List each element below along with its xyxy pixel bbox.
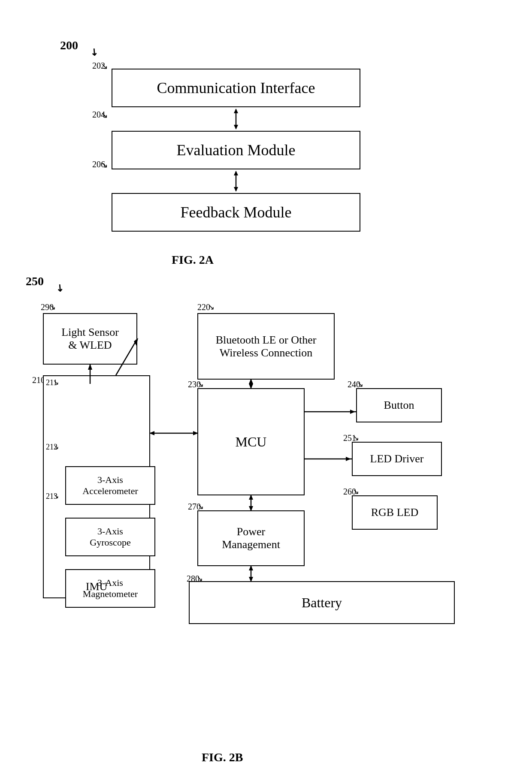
label-213-curve: ↘ bbox=[53, 492, 59, 500]
bluetooth-label: Bluetooth LE or Other Wireless Connectio… bbox=[216, 334, 317, 359]
label-220-curve: ↘ bbox=[208, 302, 215, 312]
label-204-arrow: ↘ bbox=[101, 110, 108, 120]
label-250: 250 bbox=[26, 274, 44, 288]
fig2b-caption: FIG. 2B bbox=[202, 751, 243, 763]
arrow-200-indicator: ↘ bbox=[88, 45, 101, 58]
svg-marker-4 bbox=[234, 171, 238, 175]
page: 200 ↘ 202 ↘ 204 ↘ 206 ↘ Communication In… bbox=[0, 0, 532, 763]
label-240-curve: ↘ bbox=[357, 380, 363, 389]
label-230-curve: ↘ bbox=[197, 380, 204, 389]
battery-box: Battery bbox=[189, 581, 455, 624]
svg-marker-1 bbox=[234, 109, 238, 113]
imu-box: 211 ↘ 3-AxisAccelerometer 212 ↘ 3-AxisGy… bbox=[43, 375, 150, 598]
power-label: PowerManagement bbox=[222, 525, 280, 551]
svg-marker-13 bbox=[88, 364, 92, 370]
gyro-box: 3-AxisGyroscope bbox=[65, 518, 155, 556]
eval-module-box: Evaluation Module bbox=[112, 131, 360, 169]
svg-marker-17 bbox=[350, 410, 355, 414]
fig2b-diagram: 290 ↘ Light Sensor& WLED 220 ↘ Bluetooth… bbox=[30, 300, 519, 729]
svg-marker-5 bbox=[234, 187, 238, 192]
comm-interface-label: Communication Interface bbox=[157, 79, 315, 97]
rgb-led-label: RGB LED bbox=[371, 506, 419, 519]
power-box: PowerManagement bbox=[197, 510, 305, 566]
eval-module-label: Evaluation Module bbox=[177, 141, 296, 159]
battery-label: Battery bbox=[302, 595, 342, 611]
feedback-module-box: Feedback Module bbox=[112, 193, 360, 232]
button-box: Button bbox=[356, 388, 442, 422]
label-212-curve: ↘ bbox=[53, 443, 59, 451]
label-251-curve: ↘ bbox=[353, 433, 359, 443]
accel-label: 3-AxisAccelerometer bbox=[82, 474, 138, 497]
gyro-label: 3-AxisGyroscope bbox=[90, 526, 130, 548]
mcu-label: MCU bbox=[236, 434, 267, 450]
imu-label: IMU bbox=[44, 580, 149, 593]
led-driver-box: LED Driver bbox=[352, 442, 442, 476]
label-206-arrow: ↘ bbox=[101, 160, 108, 170]
light-sensor-box: Light Sensor& WLED bbox=[43, 313, 137, 365]
comm-interface-box: Communication Interface bbox=[112, 69, 360, 107]
led-driver-label: LED Driver bbox=[370, 452, 424, 465]
feedback-module-label: Feedback Module bbox=[181, 203, 292, 221]
label-202-arrow: ↘ bbox=[101, 61, 108, 71]
label-200: 200 bbox=[60, 39, 78, 52]
label-260-curve: ↘ bbox=[353, 487, 359, 496]
rgb-led-box: RGB LED bbox=[352, 495, 438, 530]
arrow-250-indicator: ↘ bbox=[53, 281, 66, 294]
accel-box: 3-AxisAccelerometer bbox=[65, 466, 155, 505]
fig2a-caption: FIG. 2A bbox=[172, 253, 214, 267]
label-290-curve: ↘ bbox=[49, 302, 56, 312]
light-sensor-label: Light Sensor& WLED bbox=[61, 326, 119, 352]
arrow-comm-eval bbox=[230, 107, 242, 131]
label-270-curve: ↘ bbox=[197, 502, 204, 511]
button-label: Button bbox=[384, 399, 414, 412]
arrow-eval-feedback bbox=[230, 169, 242, 193]
svg-marker-2 bbox=[234, 125, 238, 130]
mcu-box: MCU bbox=[197, 388, 305, 495]
svg-marker-19 bbox=[346, 457, 351, 461]
label-211-curve: ↘ bbox=[53, 378, 59, 386]
bluetooth-box: Bluetooth LE or Other Wireless Connectio… bbox=[197, 313, 335, 380]
